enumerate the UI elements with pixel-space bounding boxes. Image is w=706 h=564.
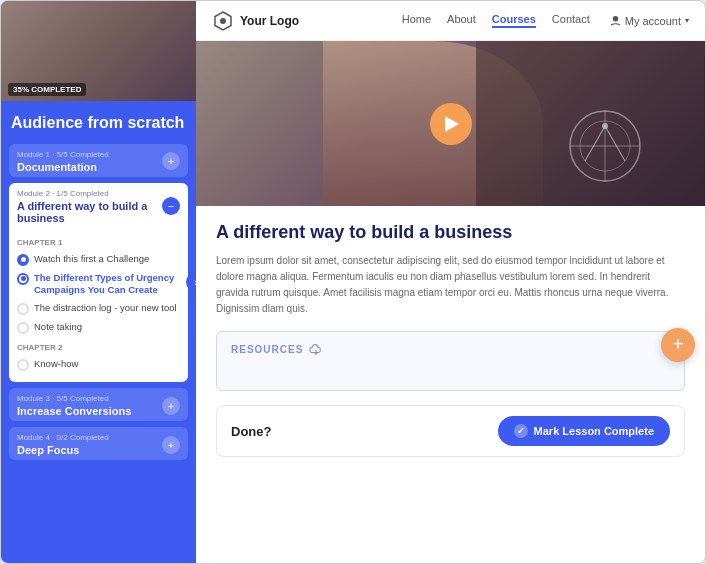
logo-area: Your Logo [212, 10, 299, 32]
chapter-list: Chapter 1 Watch this first a Challenge T… [9, 228, 188, 383]
lesson-text: The distraction log - your new tool [34, 302, 177, 314]
course-title: Audience from scratch [1, 101, 196, 144]
resources-box: RESOURCES [216, 331, 685, 391]
hero-video[interactable] [196, 41, 705, 206]
module-3-title: Increase Conversions [17, 405, 131, 417]
module-3-tag: Module 3 · 5/5 Completed [17, 394, 131, 403]
svg-line-8 [605, 126, 625, 161]
done-label: Done? [231, 424, 271, 439]
lesson-dot [17, 273, 29, 285]
lesson-text: Know-how [34, 358, 78, 370]
lesson-text: The Different Types of Urgency Campaigns… [34, 272, 180, 297]
play-icon [445, 116, 459, 132]
lesson-title: A different way to build a business [216, 222, 685, 243]
play-button[interactable] [430, 103, 472, 145]
module-item-2[interactable]: Module 2 · 1/5 Completed A different way… [9, 183, 188, 383]
module-3-toggle[interactable]: + [162, 397, 180, 415]
nav-home[interactable]: Home [402, 13, 431, 28]
list-item[interactable]: Watch this first a Challenge [17, 250, 180, 269]
fab-add-button[interactable]: + [661, 328, 695, 362]
top-navigation: Your Logo Home About Courses Contact My … [196, 1, 705, 41]
my-account-button[interactable]: My account ▾ [610, 15, 689, 27]
list-item[interactable]: The distraction log - your new tool [17, 299, 180, 318]
module-2-title: A different way to build a business [17, 200, 162, 224]
module-item-3[interactable]: Module 3 · 5/5 Completed Increase Conver… [9, 388, 188, 421]
account-icon [610, 15, 621, 26]
module-4-title: Deep Focus [17, 444, 109, 456]
lesson-body-text: Lorem ipsum dolor sit amet, consectetur … [216, 253, 685, 317]
chapter-2-label: Chapter 2 [17, 343, 180, 352]
compass-decoration [565, 106, 645, 186]
mark-complete-button[interactable]: ✓ Mark Lesson Complete [498, 416, 670, 446]
main-content: Your Logo Home About Courses Contact My … [196, 1, 705, 563]
account-label: My account [625, 15, 681, 27]
sidebar: 35% COMPLETED Audience from scratch Modu… [1, 1, 196, 563]
module-item-1[interactable]: Module 1 · 5/5 Completed Documentation + [9, 144, 188, 177]
mark-complete-label: Mark Lesson Complete [534, 425, 654, 437]
main-scroll-area: + A different way to build a business Lo… [196, 41, 705, 563]
list-item[interactable]: Note taking [17, 318, 180, 337]
list-item[interactable]: The Different Types of Urgency Campaigns… [17, 269, 180, 300]
checkmark-icon: ✓ [514, 424, 528, 438]
module-2-tag: Module 2 · 1/5 Completed [17, 189, 162, 198]
lesson-dot [17, 322, 29, 334]
nav-links: Home About Courses Contact [402, 13, 590, 28]
svg-point-2 [613, 16, 619, 21]
cloud-icon [309, 342, 323, 356]
module-1-title: Documentation [17, 161, 109, 173]
progress-badge: 35% COMPLETED [8, 83, 86, 96]
lesson-dot [17, 303, 29, 315]
module-1-tag: Module 1 · 5/5 Completed [17, 150, 109, 159]
svg-line-9 [585, 126, 605, 161]
chevron-down-icon: ▾ [685, 16, 689, 25]
module-item-4[interactable]: Module 4 · 0/2 Completed Deep Focus + [9, 427, 188, 460]
nav-courses[interactable]: Courses [492, 13, 536, 28]
lesson-content: + A different way to build a business Lo… [196, 206, 705, 483]
module-2-toggle[interactable]: − [162, 197, 180, 215]
course-thumbnail: 35% COMPLETED [1, 1, 196, 101]
lesson-dot [17, 254, 29, 266]
module-4-toggle[interactable]: + [162, 436, 180, 454]
lesson-dot [17, 359, 29, 371]
logo-text: Your Logo [240, 14, 299, 28]
logo-icon [212, 10, 234, 32]
done-bar: Done? ✓ Mark Lesson Complete [216, 405, 685, 457]
resources-label: RESOURCES [231, 344, 303, 355]
chapter-1-label: Chapter 1 [17, 238, 180, 247]
nav-about[interactable]: About [447, 13, 476, 28]
svg-point-1 [220, 18, 226, 24]
lesson-text: Note taking [34, 321, 82, 333]
module-list: Module 1 · 5/5 Completed Documentation +… [1, 144, 196, 563]
module-1-toggle[interactable]: + [162, 152, 180, 170]
module-4-tag: Module 4 · 0/2 Completed [17, 433, 109, 442]
lesson-text: Watch this first a Challenge [34, 253, 149, 265]
nav-contact[interactable]: Contact [552, 13, 590, 28]
list-item[interactable]: Know-how [17, 355, 180, 374]
